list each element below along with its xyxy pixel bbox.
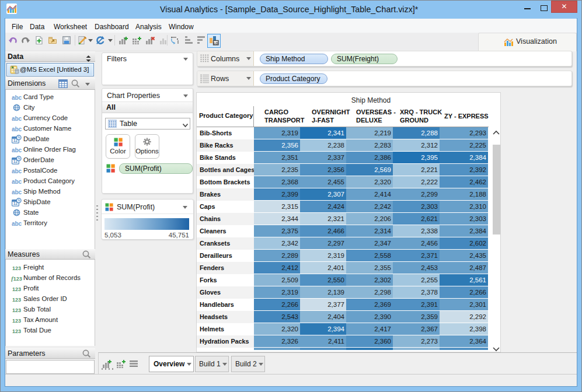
svg-text:LO: LO bbox=[214, 41, 218, 45]
